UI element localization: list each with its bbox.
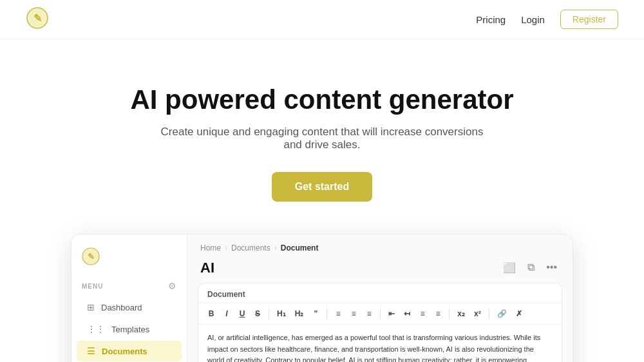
underline-button[interactable]: U bbox=[236, 307, 249, 320]
pricing-link[interactable]: Pricing bbox=[476, 14, 506, 25]
hero-section: AI powered content generator Create uniq… bbox=[0, 39, 644, 234]
copy-icon[interactable]: ⧉ bbox=[525, 259, 537, 276]
h1-button[interactable]: H₁ bbox=[274, 307, 289, 320]
link-button[interactable]: 🔗 bbox=[494, 307, 510, 320]
register-button[interactable]: Register bbox=[560, 10, 618, 29]
toolbar-separator-5 bbox=[489, 309, 489, 319]
subscript-button[interactable]: x₂ bbox=[454, 307, 468, 320]
sidebar-item-label: Templates bbox=[111, 325, 149, 334]
bold-button[interactable]: B bbox=[205, 307, 218, 320]
svg-text:✎: ✎ bbox=[88, 252, 95, 262]
toolbar: B I U S H₁ H₂ " ≡ ≡ ≡ ⇤ ↤ ≡ ≡ bbox=[198, 303, 562, 325]
doc-title: AI bbox=[200, 260, 214, 276]
toolbar-separator-1 bbox=[269, 309, 269, 319]
toolbar-separator-3 bbox=[380, 309, 381, 319]
breadcrumb-documents[interactable]: Documents bbox=[231, 243, 270, 252]
templates-icon: ⋮⋮ bbox=[87, 324, 105, 334]
editor-body[interactable]: AI, or artificial intelligence, has emer… bbox=[198, 325, 562, 362]
doc-header: AI ⬜ ⧉ ••• bbox=[187, 255, 573, 283]
sidebar-item-dashboard[interactable]: ⊞ Dashboard bbox=[77, 297, 182, 318]
sidebar-item-templates[interactable]: ⋮⋮ Templates bbox=[77, 319, 182, 339]
list-button[interactable]: ≡ bbox=[416, 307, 429, 320]
nav-logo: ✎ bbox=[26, 6, 49, 32]
sidebar-item-label: Dashboard bbox=[101, 303, 142, 312]
svg-text:✎: ✎ bbox=[33, 13, 42, 24]
app-preview-wrapper: ✎ MENU ⚙ ⊞ Dashboard ⋮⋮ Templates ☰ Docu… bbox=[0, 234, 644, 362]
toolbar-separator-4 bbox=[449, 309, 450, 319]
outdent-button[interactable]: ↤ bbox=[401, 307, 413, 320]
strikethrough-button[interactable]: S bbox=[251, 307, 264, 320]
align-left-button[interactable]: ≡ bbox=[332, 307, 345, 320]
navbar: ✎ Pricing Login Register bbox=[0, 0, 644, 39]
main-content: Home › Documents › Document AI ⬜ ⧉ ••• D… bbox=[187, 234, 573, 362]
hero-subtitle: Create unique and engaging content that … bbox=[155, 126, 489, 151]
get-started-button[interactable]: Get started bbox=[272, 172, 372, 202]
editor-box: Document B I U S H₁ H₂ " ≡ ≡ ≡ ⇤ ↤ bbox=[198, 283, 562, 362]
sidebar-logo: ✎ bbox=[71, 245, 187, 278]
editor-para-1: AI, or artificial intelligence, has emer… bbox=[207, 332, 553, 362]
breadcrumb-sep1: › bbox=[225, 243, 227, 252]
settings-icon[interactable]: ⚙ bbox=[168, 281, 176, 291]
doc-actions: ⬜ ⧉ ••• bbox=[500, 259, 560, 276]
sidebar-menu-header: MENU ⚙ bbox=[71, 278, 187, 296]
quote-button[interactable]: " bbox=[309, 307, 322, 320]
breadcrumb: Home › Documents › Document bbox=[187, 234, 573, 255]
hero-title: AI powered content generator bbox=[13, 84, 631, 115]
h2-button[interactable]: H₂ bbox=[292, 307, 307, 320]
toolbar-separator-2 bbox=[327, 309, 327, 319]
align-right-button[interactable]: ≡ bbox=[363, 307, 375, 320]
breadcrumb-current: Document bbox=[281, 243, 319, 252]
ordered-list-button[interactable]: ≡ bbox=[431, 307, 444, 320]
menu-label: MENU bbox=[82, 283, 103, 290]
app-preview: ✎ MENU ⚙ ⊞ Dashboard ⋮⋮ Templates ☰ Docu… bbox=[71, 234, 573, 362]
breadcrumb-home[interactable]: Home bbox=[200, 243, 221, 252]
documents-icon: ☰ bbox=[87, 346, 95, 356]
editor-label: Document bbox=[198, 283, 562, 303]
sidebar-item-label: Documents bbox=[102, 347, 147, 356]
italic-button[interactable]: I bbox=[220, 307, 233, 320]
dashboard-icon: ⊞ bbox=[87, 302, 95, 312]
clear-format-button[interactable]: ✗ bbox=[513, 307, 526, 320]
nav-links: Pricing Login Register bbox=[476, 10, 618, 29]
login-link[interactable]: Login bbox=[521, 14, 545, 25]
indent-button[interactable]: ⇤ bbox=[385, 307, 398, 320]
sidebar-item-documents[interactable]: ☰ Documents bbox=[77, 341, 182, 361]
sidebar: ✎ MENU ⚙ ⊞ Dashboard ⋮⋮ Templates ☰ Docu… bbox=[71, 234, 187, 362]
save-icon[interactable]: ⬜ bbox=[500, 259, 518, 276]
more-options-icon[interactable]: ••• bbox=[544, 259, 560, 276]
breadcrumb-sep2: › bbox=[274, 243, 277, 252]
align-center-button[interactable]: ≡ bbox=[347, 307, 360, 320]
superscript-button[interactable]: x² bbox=[471, 307, 484, 320]
